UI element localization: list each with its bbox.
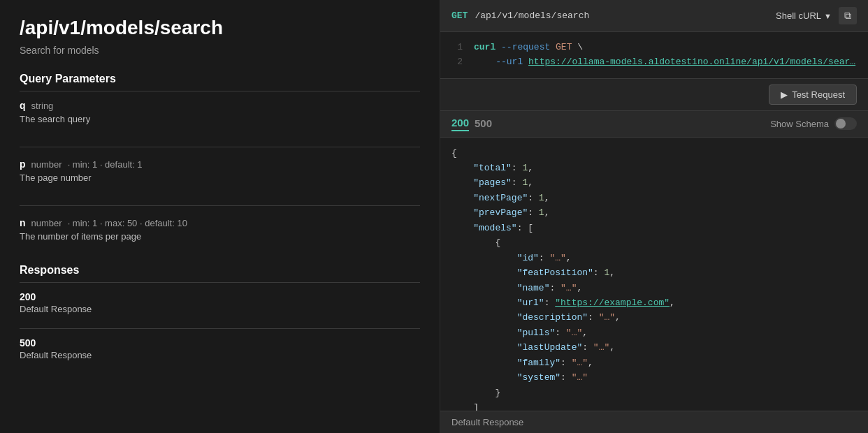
code-block: 1 curl --request GET \ 2 --url https://o (440, 32, 868, 78)
lang-selector-button[interactable]: Shell cURL ▼ (776, 10, 832, 21)
response-500: 500 Default Response (20, 337, 420, 369)
json-line-models-open: "models": [ (451, 221, 857, 235)
response-footer-label: Default Response (451, 417, 523, 427)
json-line-total: "total": 1, (451, 161, 857, 175)
param-n-desc: The number of items per page (20, 231, 420, 242)
request-method: GET (451, 10, 468, 21)
param-q-name: q (20, 100, 26, 111)
param-n-type: number (31, 218, 62, 228)
json-line-obj-close: } (451, 386, 857, 400)
response-500-code: 500 (20, 337, 420, 348)
json-line-models-close: ] (451, 400, 857, 411)
response-tab-list: 200 500 (451, 117, 492, 131)
json-line-description: "description": "…", (451, 310, 857, 325)
flag-request-text: --request (501, 42, 550, 52)
json-line-lastupdate: "lastUpdate": "…", (451, 340, 857, 355)
json-line-prevpage: "prevPage": 1, (451, 205, 857, 220)
responses-heading: Responses (20, 264, 420, 283)
json-line-id: "id": "…", (451, 251, 857, 265)
param-p-type: number (31, 159, 62, 170)
flag-url-text: --url (496, 57, 523, 67)
json-output: { "total": 1, "pages": 1, "nextPage": 1,… (440, 138, 868, 411)
request-header: GET /api/v1/models/search Shell cURL ▼ ⧉ (440, 0, 868, 32)
show-schema-label: Show Schema (770, 119, 829, 129)
response-tabs: 200 500 Show Schema (440, 111, 868, 138)
param-q: q string The search query (20, 100, 420, 135)
response-divider (20, 328, 420, 329)
chevron-down-icon: ▼ (824, 12, 832, 20)
code-content-1: curl --request GET \ (474, 41, 583, 55)
response-footer: Default Response (440, 411, 868, 433)
param-n-constraints: · min: 1 · max: 50 · default: 10 (68, 218, 187, 228)
json-line-system: "system": "…" (451, 370, 857, 385)
url-link: https://ollama-models.aldotestino.online… (528, 57, 855, 67)
responses-section: Responses 200 Default Response 500 Defau… (20, 264, 420, 369)
request-controls: Shell cURL ▼ ⧉ (776, 7, 857, 24)
page-subtitle: Search for models (20, 45, 420, 56)
copy-icon: ⧉ (844, 10, 851, 21)
code-line-1: 1 curl --request GET \ (451, 41, 857, 55)
json-line-obj-open: { (451, 235, 857, 250)
left-panel: /api/v1/models/search Search for models … (0, 0, 440, 433)
copy-button[interactable]: ⧉ (839, 7, 857, 24)
request-section: GET /api/v1/models/search Shell cURL ▼ ⧉… (440, 0, 868, 111)
param-p-name: p (20, 159, 26, 170)
code-content-2: --url https://ollama-models.aldotestino.… (474, 55, 855, 70)
schema-toggle-switch[interactable] (834, 117, 857, 130)
param-n-name: n (20, 217, 26, 228)
query-params-heading: Query Parameters (20, 73, 420, 91)
test-request-button[interactable]: ▶ Test Request (769, 85, 857, 105)
param-q-type: string (31, 101, 54, 111)
response-section: 200 500 Show Schema { "total": 1, "pages… (440, 111, 868, 433)
show-schema-toggle: Show Schema (770, 117, 857, 130)
param-q-desc: The search query (20, 114, 420, 124)
json-line-name: "name": "…", (451, 281, 857, 295)
request-method-url: GET /api/v1/models/search (451, 10, 589, 21)
response-500-label: Default Response (20, 350, 420, 360)
json-line-pages: "pages": 1, (451, 175, 857, 190)
param-p-desc: The page number (20, 173, 420, 183)
test-request-icon: ▶ (781, 89, 788, 100)
line-num-1: 1 (451, 41, 463, 55)
request-url: /api/v1/models/search (475, 10, 589, 21)
divider-2 (20, 205, 420, 206)
param-p: p number · min: 1 · default: 1 The page … (20, 159, 420, 194)
tab-500[interactable]: 500 (475, 117, 492, 131)
method-text: GET (556, 42, 572, 52)
code-line-2: 2 --url https://ollama-models.aldotestin… (451, 55, 857, 70)
lang-selector-label: Shell cURL (776, 10, 821, 21)
json-line-url: "url": "https://example.com", (451, 295, 857, 310)
test-request-bar: ▶ Test Request (440, 78, 868, 110)
param-p-constraints: · min: 1 · default: 1 (68, 159, 143, 170)
curl-keyword: curl (474, 42, 496, 52)
json-line-open-brace: { (451, 146, 857, 161)
tab-200[interactable]: 200 (451, 117, 469, 131)
response-200-label: Default Response (20, 304, 420, 314)
response-200-code: 200 (20, 291, 420, 302)
test-request-label: Test Request (792, 89, 845, 100)
divider-1 (20, 147, 420, 147)
json-line-pulls: "pulls": "…", (451, 325, 857, 340)
json-line-family: "family": "…", (451, 355, 857, 370)
right-panel: GET /api/v1/models/search Shell cURL ▼ ⧉… (440, 0, 868, 433)
line-num-2: 2 (451, 55, 463, 70)
param-n: n number · min: 1 · max: 50 · default: 1… (20, 217, 420, 253)
page-title: /api/v1/models/search (20, 17, 420, 39)
json-line-nextpage: "nextPage": 1, (451, 191, 857, 205)
json-line-feat: "featPosition": 1, (451, 265, 857, 280)
response-200: 200 Default Response (20, 291, 420, 323)
